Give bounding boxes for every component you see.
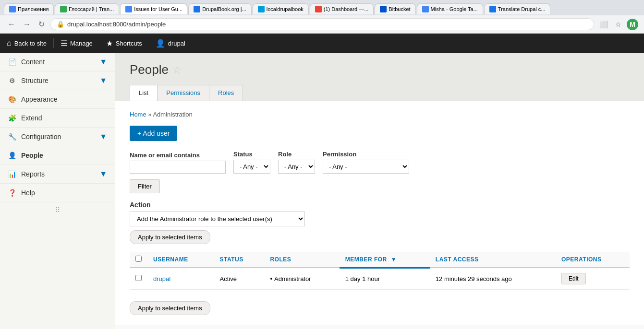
col-last-access-label: LAST ACCESS	[436, 256, 479, 263]
col-status[interactable]: STATUS	[214, 252, 265, 268]
extensions-icon[interactable]: ⬜	[598, 19, 609, 30]
content-area: Home » Administration + Add user Name or…	[115, 101, 644, 325]
permission-filter-label: Permission	[323, 151, 409, 158]
page-title: People ☆	[130, 62, 630, 77]
manage-btn[interactable]: ☰ Manage	[54, 34, 99, 53]
sidebar-item-reports[interactable]: 📊 Reports ▼	[0, 165, 115, 184]
col-username[interactable]: USERNAME	[147, 252, 214, 268]
role-filter-select[interactable]: - Any -	[278, 160, 315, 174]
tab-label: Приложения	[18, 6, 49, 12]
row-member-for: 1 day 1 hour	[340, 268, 430, 290]
structure-icon: ⚙	[8, 76, 16, 85]
action-label: Action	[130, 201, 630, 209]
tab-list[interactable]: List	[130, 85, 158, 101]
chevron-down-icon: ▼	[99, 58, 107, 66]
apply-bottom-button[interactable]: Apply to selected items	[130, 301, 210, 315]
sidebar-item-left: 🧩 Extend	[8, 114, 42, 122]
tab-label: localdrupalbook	[267, 6, 304, 12]
filter-button[interactable]: Filter	[130, 179, 160, 193]
filter-section: Name or email contains Status - Any - Ro…	[130, 151, 630, 193]
favorite-icon[interactable]: ☆	[172, 64, 182, 76]
chevron-down-icon: ▼	[99, 170, 107, 178]
table-header-row: USERNAME STATUS ROLES MEMBER FOR ▼	[130, 252, 630, 268]
permission-filter-select[interactable]: - Any -	[323, 160, 409, 174]
username-link[interactable]: drupal	[153, 275, 170, 282]
sidebar-item-configuration[interactable]: 🔧 Configuration ▼	[0, 128, 115, 146]
sort-arrow-icon: ▼	[391, 256, 397, 263]
bookmark-icon[interactable]: ☆	[612, 19, 624, 30]
tab-label: DrupalBook.org |...	[202, 6, 246, 12]
filter-row: Name or email contains Status - Any - Ro…	[130, 151, 630, 174]
table-body: drupal Active •Administrator 1 day 1 hou…	[130, 268, 630, 290]
browser-addressbar: ← → ↻ 🔒 drupal.localhost:8000/admin/peop…	[0, 15, 644, 33]
edit-button[interactable]: Edit	[561, 273, 586, 284]
action-select[interactable]: Add the Administrator role to the select…	[130, 212, 305, 226]
main-content: People ☆ ListPermissionsRoles Home » Adm…	[115, 53, 644, 329]
shortcuts-btn[interactable]: ★ Shortcuts	[99, 34, 149, 53]
tab-favicon	[9, 6, 16, 12]
tab-favicon	[422, 6, 429, 12]
col-operations-label: OPERATIONS	[561, 256, 601, 263]
sidebar-item-appearance[interactable]: 🎨 Appearance	[0, 90, 115, 109]
back-to-site-btn[interactable]: ⌂ Back to site	[0, 34, 53, 53]
add-user-button[interactable]: + Add user	[130, 126, 177, 141]
help-icon: ❓	[8, 188, 16, 197]
name-filter-label: Name or email contains	[130, 152, 226, 159]
role-value: Administrator	[274, 275, 311, 282]
row-checkbox-cell	[130, 268, 147, 290]
col-check	[130, 252, 147, 268]
admin-toolbar: ⌂ Back to site ☰ Manage ★ Shortcuts 👤 dr…	[0, 34, 644, 53]
browser-tab[interactable]: Issues for User Gu...	[120, 3, 187, 14]
col-last-access[interactable]: LAST ACCESS	[430, 252, 556, 268]
browser-tab[interactable]: Глоссарий | Tran...	[55, 3, 119, 14]
browser-tab[interactable]: (1) Dashboard —...	[310, 3, 374, 14]
user-btn[interactable]: 👤 drupal	[149, 34, 192, 53]
col-member-for[interactable]: MEMBER FOR ▼	[340, 252, 430, 268]
reports-icon: 📊	[8, 170, 16, 178]
browser-tab[interactable]: Translate Drupal c...	[484, 3, 551, 14]
browser-tab[interactable]: Bitbucket	[375, 3, 415, 14]
tab-permissions[interactable]: Permissions	[157, 85, 209, 101]
sidebar-label-structure: Structure	[21, 77, 49, 84]
col-roles[interactable]: ROLES	[264, 252, 339, 268]
breadcrumb-current: Administration	[153, 111, 192, 118]
tab-label: Issues for User Gu...	[134, 6, 182, 12]
forward-nav-btn[interactable]: →	[21, 19, 33, 30]
browser-icons: ⬜ ☆ M	[598, 19, 638, 30]
sidebar-drag-handle[interactable]: ⠿	[0, 202, 115, 218]
sidebar-item-help[interactable]: ❓ Help	[0, 184, 115, 202]
sidebar-item-left: ⚙ Structure	[8, 76, 49, 85]
permission-filter-field: Permission - Any -	[323, 151, 409, 174]
name-filter-input[interactable]	[130, 161, 226, 174]
tab-roles[interactable]: Roles	[209, 85, 243, 101]
breadcrumb-home[interactable]: Home	[130, 111, 146, 118]
sidebar-item-content[interactable]: 📄 Content ▼	[0, 53, 115, 71]
apply-top-button[interactable]: Apply to selected items	[130, 230, 210, 244]
appearance-icon: 🎨	[8, 95, 16, 104]
extend-icon: 🧩	[8, 114, 16, 122]
sidebar-item-left: 📄 Content	[8, 58, 45, 66]
browser-tab[interactable]: DrupalBook.org |...	[188, 3, 252, 14]
breadcrumb-sep: »	[148, 111, 153, 118]
col-username-label: USERNAME	[153, 256, 188, 263]
tab-label: Bitbucket	[389, 6, 410, 12]
browser-chrome: ПриложенияГлоссарий | Tran...Issues for …	[0, 0, 644, 34]
sidebar: 📄 Content ▼ ⚙ Structure ▼ 🎨 Appearance 🧩…	[0, 53, 115, 329]
sidebar-item-extend[interactable]: 🧩 Extend	[0, 109, 115, 128]
browser-tab[interactable]: Misha - Google Ta...	[417, 3, 483, 14]
sidebar-label-appearance: Appearance	[21, 95, 58, 103]
users-table: USERNAME STATUS ROLES MEMBER FOR ▼	[130, 252, 630, 290]
browser-tab[interactable]: localdrupalbook	[253, 3, 309, 14]
tab-label: Misha - Google Ta...	[431, 6, 478, 12]
row-checkbox[interactable]	[135, 275, 142, 281]
browser-tab[interactable]: Приложения	[4, 3, 54, 14]
address-box[interactable]: 🔒 drupal.localhost:8000/admin/people	[50, 18, 594, 30]
status-filter-select[interactable]: - Any -	[233, 160, 270, 174]
name-filter-field: Name or email contains	[130, 152, 226, 174]
select-all-checkbox[interactable]	[135, 256, 142, 262]
reload-btn[interactable]: ↻	[36, 19, 47, 30]
sidebar-item-people[interactable]: 👤 People	[0, 146, 115, 165]
sidebar-item-structure[interactable]: ⚙ Structure ▼	[0, 71, 115, 90]
back-nav-btn[interactable]: ←	[6, 19, 17, 30]
profile-icon[interactable]: M	[627, 19, 638, 30]
